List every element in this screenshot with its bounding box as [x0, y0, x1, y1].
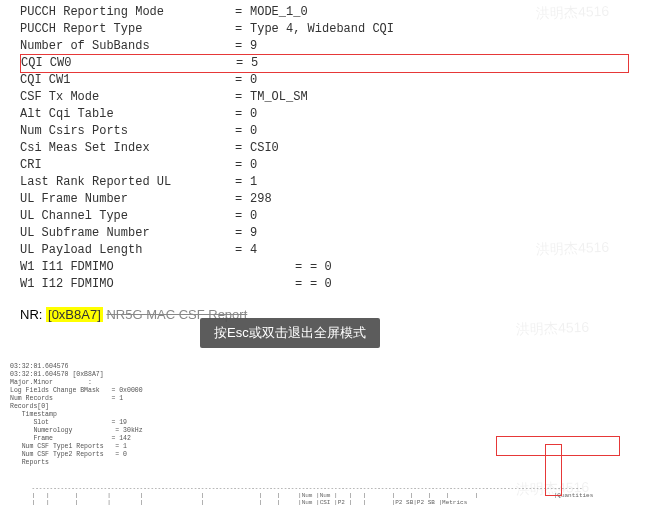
param-row: CQI CW0= 5: [20, 54, 629, 73]
nr-code: [0xB8A7]: [46, 307, 103, 322]
param-row: PUCCH Reporting Mode= MODE_1_0: [20, 4, 629, 21]
param-row: Last Rank Reported UL= 1: [20, 174, 629, 191]
param-row: UL Frame Number= 298: [20, 191, 629, 208]
param-row: UL Subframe Number= 9: [20, 225, 629, 242]
column-highlight-box: [545, 444, 562, 496]
parameter-list: PUCCH Reporting Mode= MODE_1_0PUCCH Repo…: [0, 0, 649, 293]
param-row: W1 I12 FDMIMO= = 0: [20, 276, 629, 293]
report-table-header: ----------------------------------------…: [10, 485, 593, 507]
param-row: CQI CW1= 0: [20, 72, 629, 89]
param-row: UL Payload Length= 4: [20, 242, 629, 259]
param-row: W1 I11 FDMIMO= = 0: [20, 259, 629, 276]
param-row: CRI= 0: [20, 157, 629, 174]
fullscreen-exit-hint: 按Esc或双击退出全屏模式: [200, 318, 380, 348]
param-row: Number of SubBands= 9: [20, 38, 629, 55]
param-row: Csi Meas Set Index= CSI0: [20, 140, 629, 157]
nr-prefix: NR:: [20, 307, 42, 322]
param-row: Num Csirs Ports= 0: [20, 123, 629, 140]
param-row: Alt Cqi Table= 0: [20, 106, 629, 123]
param-row: PUCCH Report Type= Type 4, Wideband CQI: [20, 21, 629, 38]
param-row: UL Channel Type= 0: [20, 208, 629, 225]
param-row: CSF Tx Mode= TM_OL_SM: [20, 89, 629, 106]
log-section: 03:32:01.604576 03:32:01.604570 [0xB8A7]…: [10, 347, 593, 507]
